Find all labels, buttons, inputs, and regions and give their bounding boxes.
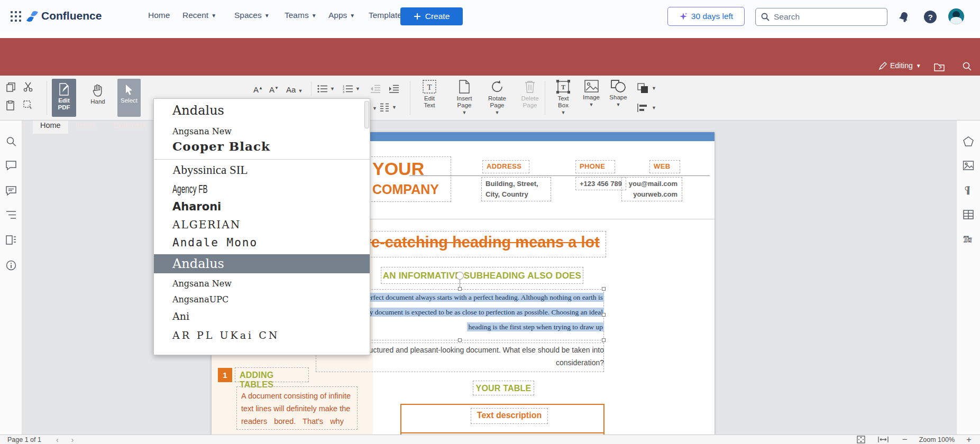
insert-page-button[interactable]: InsertPage ▼ [451, 80, 478, 116]
find-icon[interactable] [963, 62, 972, 71]
sidebar-comments-icon[interactable] [6, 161, 16, 171]
shape-button[interactable]: Shape ▼ [605, 80, 631, 108]
section-body-block[interactable]: A document consisting of infinite text l… [236, 386, 358, 430]
rotate-page-button[interactable]: RotatePage ▼ [483, 80, 511, 116]
svg-text:¶: ¶ [965, 185, 969, 195]
fit-width-icon[interactable] [878, 436, 889, 443]
font-option[interactable]: Andale Mono [154, 236, 370, 249]
resize-handle-s[interactable] [458, 338, 462, 342]
dropdown-scrollbar[interactable] [364, 101, 369, 128]
resize-handle-n[interactable] [458, 287, 462, 291]
document-subheading[interactable]: AN INFORMATIVE SUBHEADING ALSO DOES [381, 267, 583, 284]
sidebar-navigation-icon[interactable] [6, 210, 16, 219]
edit-text-button[interactable]: T EditText [416, 80, 443, 109]
font-option-recent[interactable]: Angsana New [154, 126, 370, 136]
contact-phone-label[interactable]: PHONE [575, 160, 615, 173]
nav-home[interactable]: Home [148, 11, 170, 20]
contact-web-label[interactable]: WEB [649, 160, 680, 173]
image-icon [584, 80, 599, 92]
paragraph-line: perfect, any document is expected to be … [338, 308, 604, 317]
chevron-down-icon: ▼ [916, 63, 921, 69]
resize-handle-ne[interactable] [602, 287, 606, 291]
status-bar: Page 1 of 1 ‹ › − Zoom 100% + [0, 434, 980, 444]
sidebar-feedback-icon[interactable] [6, 186, 16, 196]
table-header-cell[interactable]: Text description [471, 408, 548, 424]
increase-font-size-button[interactable]: A▲ [253, 85, 263, 94]
select-all-icon[interactable] [23, 100, 33, 110]
resize-handle-e[interactable] [602, 313, 606, 317]
increase-indent-button[interactable] [389, 85, 399, 93]
font-option-recent[interactable]: Andalus [154, 103, 370, 118]
hand-tool-button[interactable]: Hand [85, 79, 111, 117]
font-option[interactable]: Aharoni [154, 200, 370, 213]
font-option[interactable]: Agency FB [154, 182, 370, 196]
sidebar-search-icon[interactable] [6, 136, 16, 146]
next-page-icon[interactable]: › [71, 436, 74, 444]
user-avatar[interactable] [948, 8, 964, 24]
image-settings-icon[interactable] [963, 161, 974, 170]
resize-handle-se[interactable] [602, 338, 606, 342]
paste-icon[interactable] [6, 100, 15, 110]
sidebar-thumbnails-icon[interactable] [6, 235, 16, 245]
editor-menu-row: File Home Insert Comment View Plugins Ed… [0, 58, 980, 76]
document-table[interactable]: Text description [400, 404, 605, 434]
fit-page-icon[interactable] [857, 436, 865, 443]
create-button[interactable]: Create [400, 7, 463, 25]
insert-columns-button[interactable]: ▼ [380, 103, 397, 112]
contact-address-label[interactable]: ADDRESS [482, 160, 529, 173]
trial-badge[interactable]: 30 days left [667, 7, 745, 26]
zoom-out-button[interactable]: − [902, 434, 908, 444]
previous-page-icon[interactable]: ‹ [56, 436, 59, 444]
font-option[interactable]: Angsana New [154, 279, 370, 289]
decrease-indent-button[interactable] [370, 85, 381, 93]
numbered-list-button[interactable]: 123 ▼ [343, 85, 360, 93]
search-input[interactable]: Search [755, 8, 887, 26]
select-tool-button[interactable]: Select [117, 79, 141, 117]
shape-icon [611, 80, 626, 92]
notifications-bell-icon[interactable] [896, 9, 912, 25]
delete-page-button[interactable]: DeletePage [516, 80, 544, 109]
chevron-down-icon: ▼ [264, 13, 270, 18]
text-box-button[interactable]: T TextBox ▼ [550, 80, 576, 116]
shape-settings-icon[interactable] [963, 136, 974, 147]
contact-address-value[interactable]: Building, Street,City, Country [481, 177, 551, 201]
copy-icon[interactable] [6, 82, 15, 92]
nav-recent[interactable]: Recent▼ [182, 11, 216, 20]
editing-mode-selector[interactable]: Editing ▼ [879, 61, 921, 70]
decrease-font-size-button[interactable]: A▼ [269, 85, 279, 94]
contact-web-value[interactable]: you@mail.comyourweb.com [621, 177, 682, 201]
font-option[interactable]: AR PL UKai CN [154, 329, 370, 341]
font-option[interactable]: Ani [154, 310, 370, 322]
paragraph-settings-icon[interactable]: ¶ [964, 185, 973, 195]
line-spacing-chevron-icon[interactable]: ▼ [372, 106, 377, 111]
nav-teams[interactable]: Teams▼ [285, 11, 317, 20]
arrange-shape-button[interactable]: ▼ [637, 83, 656, 94]
text-art-settings-icon[interactable]: Ta [963, 234, 974, 244]
font-option-recent[interactable]: Cooper Black [154, 139, 370, 153]
table-title[interactable]: YOUR TABLE [473, 381, 534, 395]
nav-apps[interactable]: Apps▼ [328, 11, 355, 20]
font-option-selected[interactable]: Andalus [154, 254, 370, 273]
section-body-line: A document consisting of infinite [241, 390, 357, 402]
zoom-in-button[interactable]: + [966, 434, 972, 444]
image-button[interactable]: Image ▼ [579, 80, 604, 108]
help-icon[interactable]: ? [922, 9, 938, 25]
change-case-button[interactable]: Aa ▼ [286, 85, 303, 94]
font-option[interactable]: Abyssinica SIL [154, 163, 370, 177]
cut-icon[interactable] [23, 82, 33, 92]
section-title[interactable]: ADDING TABLES [235, 367, 309, 382]
rotate-handle[interactable] [456, 272, 464, 280]
sidebar-about-icon[interactable] [6, 260, 16, 271]
company-name-block[interactable]: YOUR COMPANY [369, 156, 451, 202]
edit-pdf-button[interactable]: EditPDF [52, 79, 76, 117]
open-file-location-icon[interactable] [934, 62, 945, 71]
app-switcher-icon[interactable] [11, 11, 21, 22]
font-option[interactable]: ALGERIAN [154, 218, 370, 231]
align-shape-button[interactable]: ▼ [637, 103, 656, 113]
font-option[interactable]: AngsanaUPC [154, 294, 370, 304]
table-settings-icon[interactable] [963, 210, 974, 219]
bullet-list-button[interactable]: ▼ [317, 85, 335, 93]
chevron-down-icon: ▼ [589, 102, 594, 107]
nav-spaces[interactable]: Spaces▼ [234, 11, 270, 20]
contact-phone-value[interactable]: +123 456 789 [575, 177, 626, 190]
